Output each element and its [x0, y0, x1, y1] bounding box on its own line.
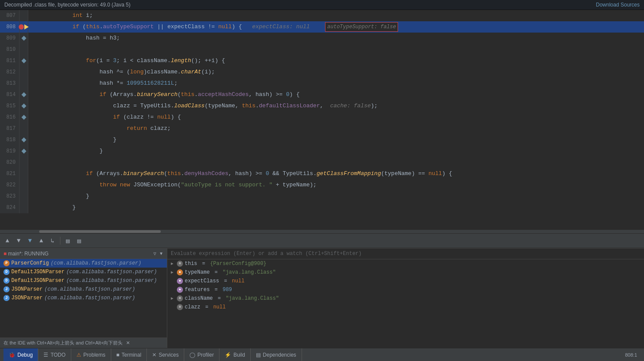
- download-sources-link[interactable]: Download Sources: [596, 2, 640, 8]
- gutter-821: [20, 168, 28, 179]
- tab-profiler[interactable]: ◯ Profiler: [184, 348, 219, 361]
- table-row: 810: [0, 44, 644, 55]
- table-row: 813 hash *= 1099511628211L;: [0, 78, 644, 89]
- tab-terminal[interactable]: ■ Terminal: [111, 348, 147, 361]
- tab-problems-label: Problems: [83, 352, 106, 358]
- code-content-824: }: [28, 202, 644, 213]
- list-item[interactable]: D DefaultJSONParser (com.alibaba.fastjso…: [0, 276, 167, 285]
- code-content-816: if (clazz != null) {: [28, 112, 644, 123]
- navigate-hint-close[interactable]: ✕: [126, 340, 130, 346]
- list-item[interactable]: D DefaultJSONParser (com.alibaba.fastjso…: [0, 268, 167, 276]
- line-number: 815: [0, 100, 20, 112]
- dropdown-arrow[interactable]: ▼: [159, 251, 163, 256]
- services-icon: ✕: [152, 352, 156, 358]
- step-into-btn[interactable]: ▼: [25, 236, 35, 245]
- code-content-809: hash = h3;: [28, 33, 644, 44]
- table-row: 820: [0, 157, 644, 168]
- list-item[interactable]: P ParserConfig (com.alibaba.fastjson.par…: [0, 259, 167, 268]
- list-item[interactable]: ► ● features = 989: [167, 285, 644, 294]
- var-type-icon: ●: [177, 287, 183, 293]
- tab-build[interactable]: ⚡ Build: [219, 348, 251, 361]
- step-out-btn[interactable]: ▲: [37, 236, 46, 245]
- tab-dependencies[interactable]: ▤ Dependencies: [251, 348, 302, 361]
- line-number: 814: [0, 89, 20, 100]
- variables-panel: Evaluate expression (Enter) or add a wat…: [167, 248, 644, 348]
- code-content-819: }: [28, 146, 644, 157]
- table-row: 822 throw new JSONException("autoType is…: [0, 179, 644, 191]
- line-number: 810: [0, 44, 20, 55]
- tab-services-label: Services: [159, 352, 179, 358]
- frame-name: JSONParser: [11, 295, 43, 301]
- gutter-814: [20, 89, 28, 100]
- gutter-817: [20, 123, 28, 134]
- code-content-811: for(i = 3; i < className.length(); ++i) …: [28, 55, 644, 66]
- line-number: 822: [0, 179, 20, 191]
- gutter-818: [20, 134, 28, 146]
- line-number: 809: [0, 33, 20, 44]
- table-row: 811 for(i = 3; i < className.length(); +…: [0, 55, 644, 66]
- line-number: 823: [0, 191, 20, 202]
- frames-status: ■ main*: RUNNING: [3, 251, 49, 257]
- eval-expression-bar[interactable]: Evaluate expression (Enter) or add a wat…: [167, 248, 644, 259]
- list-item[interactable]: ► ≡ className = "java.lang.Class": [167, 294, 644, 303]
- navigate-hint-text: 在 the IDE with Ctrl+Alt+向上箭头 and Ctrl+Al…: [3, 340, 123, 346]
- title-text: Decompiled .class file, bytecode version…: [4, 2, 130, 8]
- line-number: 811: [0, 55, 20, 66]
- scrollbar-thumb[interactable]: [39, 230, 161, 233]
- list-item[interactable]: ► ≡ clazz = null: [167, 303, 644, 311]
- frames-header: ■ main*: RUNNING ▿ ▼: [0, 248, 167, 259]
- code-content-817: return clazz;: [28, 123, 644, 134]
- frames-list: P ParserConfig (com.alibaba.fastjson.par…: [0, 259, 167, 338]
- list-item[interactable]: ► ● typeName = "java.lang.Class": [167, 268, 644, 277]
- code-content-813: hash *= 1099511628211L;: [28, 78, 644, 89]
- frame-type-icon: J: [3, 295, 10, 301]
- line-number: 821: [0, 168, 20, 179]
- frame-type-icon: D: [3, 278, 10, 284]
- tab-todo[interactable]: ☰ TODO: [38, 348, 71, 361]
- variables-list: ► ≡ this = {ParserConfig@900} ► ● typeNa…: [167, 259, 644, 348]
- run-to-cursor-btn[interactable]: ↳: [48, 236, 57, 245]
- tab-problems[interactable]: ⚠ Problems: [71, 348, 111, 361]
- profiler-icon: ◯: [189, 352, 195, 358]
- filter-icon[interactable]: ▿: [153, 250, 156, 257]
- frame-class: (com.alibaba.fastjson.parser): [44, 286, 135, 292]
- gutter-813: [20, 78, 28, 89]
- code-content-818: }: [28, 134, 644, 146]
- tab-terminal-label: Terminal: [122, 352, 141, 358]
- code-horizontal-scrollbar[interactable]: [0, 230, 644, 233]
- gutter-807: [20, 10, 28, 21]
- gutter-822: [20, 179, 28, 191]
- table-row: 817 return clazz;: [0, 123, 644, 134]
- gutter-823: [20, 191, 28, 202]
- list-item[interactable]: ► ≡ this = {ParserConfig@900}: [167, 259, 644, 268]
- tab-services[interactable]: ✕ Services: [147, 348, 184, 361]
- frame-name: JSONParser: [11, 286, 43, 292]
- line-number: 820: [0, 157, 20, 168]
- tab-debug[interactable]: 🐞 Debug: [3, 348, 38, 361]
- frames-panel: ■ main*: RUNNING ▿ ▼ P ParserConfig (com…: [0, 248, 167, 348]
- frame-class: (com.alibaba.fastjson.parser): [44, 295, 135, 301]
- table-row: 812 hash ^= (long)className.charAt(i);: [0, 66, 644, 78]
- table-row: 809 hash = h3;: [0, 33, 644, 44]
- gutter-820: [20, 157, 28, 168]
- expand-icon[interactable]: ►: [171, 296, 175, 301]
- list-item[interactable]: J JSONParser (com.alibaba.fastjson.parse…: [0, 294, 167, 302]
- expand-icon[interactable]: ►: [171, 262, 175, 266]
- tab-todo-label: TODO: [50, 352, 65, 358]
- list-item[interactable]: ► ● expectClass = null: [167, 277, 644, 285]
- step-down-btn[interactable]: ▼: [14, 236, 23, 245]
- eval-placeholder: Evaluate expression (Enter) or add a wat…: [171, 251, 362, 257]
- line-number: 816: [0, 112, 20, 123]
- list-item[interactable]: J JSONParser (com.alibaba.fastjson.parse…: [0, 285, 167, 294]
- line-number: 807: [0, 10, 20, 21]
- watch-btn[interactable]: ▤: [74, 236, 84, 245]
- todo-icon: ☰: [43, 352, 48, 358]
- frame-class: (com.alibaba.fastjson.parser): [66, 269, 157, 275]
- tab-profiler-label: Profiler: [197, 352, 214, 358]
- evaluate-btn[interactable]: ▤: [63, 236, 73, 245]
- step-up-btn[interactable]: ▲: [3, 236, 12, 245]
- toolbar-separator: [60, 237, 60, 245]
- var-type-icon: ●: [177, 269, 183, 275]
- deps-icon: ▤: [256, 352, 261, 358]
- expand-icon[interactable]: ►: [171, 270, 175, 275]
